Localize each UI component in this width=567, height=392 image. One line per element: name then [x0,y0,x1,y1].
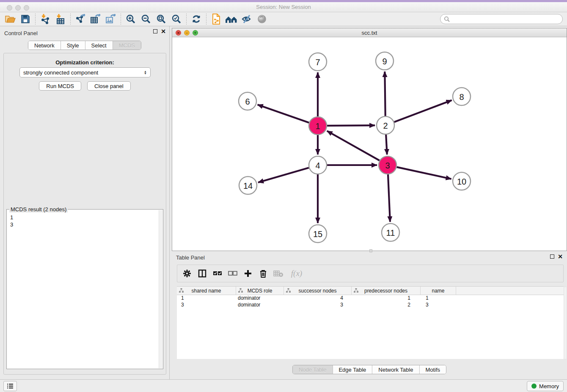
mcds-result-list[interactable]: 1 3 [10,214,160,228]
column-header-successor-nodes[interactable]: successor nodes [284,287,352,295]
table-settings-icon[interactable] [181,267,193,280]
open-session-icon[interactable] [3,13,18,25]
column-header-name[interactable]: name [421,287,456,295]
network-graph[interactable]: 1234678910111415 [172,37,567,251]
zoom-in-icon[interactable] [123,13,138,25]
optimization-criterion-select[interactable]: strongly connected component ▲▼ [19,67,151,77]
cell-name[interactable]: 3 [421,302,456,309]
cell-mcds-role[interactable]: dominator [236,302,284,309]
search-input[interactable] [450,16,562,22]
table-scrollbar[interactable] [564,287,567,359]
zoom-fit-icon[interactable] [154,13,169,25]
graph-node-8[interactable]: 8 [453,88,471,105]
tab-mcds[interactable]: MCDS [113,41,141,50]
cell-predecessor-nodes[interactable]: 2 [352,302,421,309]
birds-eye-view-icon[interactable] [254,13,270,25]
cell-successor-nodes[interactable]: 4 [284,295,352,302]
edge-2-3[interactable] [386,135,387,155]
edge-1-6[interactable] [258,105,309,122]
network-overview-icon[interactable] [224,13,239,25]
import-network-icon[interactable] [38,13,53,25]
save-session-icon[interactable] [18,13,33,25]
export-image-icon[interactable] [103,13,118,25]
table-tab-network-table[interactable]: Network Table [372,365,419,374]
export-network-icon[interactable] [73,13,88,25]
node-label: 1 [315,121,320,131]
close-panel-button[interactable]: Close panel [87,81,131,91]
tab-select[interactable]: Select [85,41,113,50]
edge-3-11[interactable] [388,174,390,222]
tab-network[interactable]: Network [28,41,61,50]
cell-shared-name[interactable]: 3 [177,302,236,309]
toolbar-separator [35,14,36,25]
graph-node-14[interactable]: 14 [239,177,257,194]
graph-node-3[interactable]: 3 [379,156,396,174]
export-table-icon[interactable] [88,13,103,25]
cell-mcds-role[interactable]: dominator [236,295,284,302]
node-label: 9 [382,57,387,66]
clone-network-icon[interactable] [209,13,224,25]
node-label: 15 [313,229,322,239]
network-window-titlebar[interactable]: ✕ − + scc.txt [172,28,567,37]
zoom-out-icon[interactable] [138,13,154,25]
cell-name[interactable]: 1 [421,295,456,302]
memory-button[interactable]: Memory [527,381,564,391]
edge-3-10[interactable] [396,167,451,179]
deselect-all-rows-icon[interactable] [226,267,239,280]
float-table-panel-icon[interactable] [550,254,554,259]
graph-node-15[interactable]: 15 [309,225,327,243]
close-panel-icon[interactable]: ✕ [161,29,166,33]
tab-style[interactable]: Style [61,41,85,50]
table-panel-title: Table Panel [176,254,205,261]
float-panel-icon[interactable] [153,29,157,33]
select-all-rows-icon[interactable] [211,267,224,280]
column-header-mcds-role[interactable]: MCDS role [236,287,284,295]
run-mcds-button[interactable]: Run MCDS [39,81,81,91]
node-label: 4 [315,161,320,170]
toggle-panel-mode-icon[interactable] [196,267,209,280]
cell-predecessor-nodes[interactable]: 1 [352,295,421,302]
graph-node-9[interactable]: 9 [376,52,394,70]
graph-node-4[interactable]: 4 [309,156,327,174]
graph-node-2[interactable]: 2 [377,116,394,134]
graph-node-6[interactable]: 6 [239,92,256,110]
graph-node-10[interactable]: 10 [453,172,471,190]
column-header-shared-name[interactable]: shared name [177,287,236,295]
zoom-selected-icon[interactable] [169,13,184,25]
import-table-icon[interactable] [53,13,68,25]
table-tab-edge-table[interactable]: Edge Table [333,365,372,374]
close-table-panel-icon[interactable]: ✕ [558,254,563,259]
edge-1-2[interactable] [327,125,375,126]
mcds-result-scrollbar[interactable] [159,210,162,368]
table-row[interactable]: 1dominator411 [177,295,564,302]
cell-shared-name[interactable]: 1 [177,295,236,302]
network-canvas[interactable]: 1234678910111415 [172,37,567,251]
edge-2-9[interactable] [385,72,385,116]
search-field[interactable] [440,14,563,24]
graph-node-7[interactable]: 7 [309,53,327,71]
task-list-icon [7,383,14,389]
edge-4-14[interactable] [258,168,309,182]
add-column-icon[interactable] [242,267,254,280]
node-attribute-table[interactable]: shared nameMCDS rolesuccessor nodesprede… [177,286,564,359]
table-tab-node-table[interactable]: Node Table [293,365,333,374]
graph-node-1[interactable]: 1 [309,117,327,135]
table-row[interactable]: 3dominator323 [177,302,564,309]
cell-successor-nodes[interactable]: 3 [284,302,352,309]
graph-node-11[interactable]: 11 [382,224,399,241]
column-header-predecessor-nodes[interactable]: predecessor nodes [352,287,421,295]
edge-2-8[interactable] [394,100,452,122]
hide-graphics-details-icon[interactable] [239,13,254,25]
task-manager-button[interactable] [3,381,17,391]
apply-layout-icon[interactable] [189,13,204,25]
table-tab-motifs[interactable]: Motifs [419,365,446,374]
toolbar-separator [70,14,71,25]
window-resize-handle[interactable] [369,249,372,252]
toolbar-separator [206,14,206,25]
edge-3-1[interactable] [327,131,380,160]
delete-column-icon[interactable] [257,267,270,280]
delete-table-icon[interactable] [272,267,285,280]
function-builder-icon[interactable]: f(x) [287,267,306,280]
table-panel-tabs: Node TableEdge TableNetwork TableMotifs [292,365,446,374]
column-type-icon [238,288,243,293]
